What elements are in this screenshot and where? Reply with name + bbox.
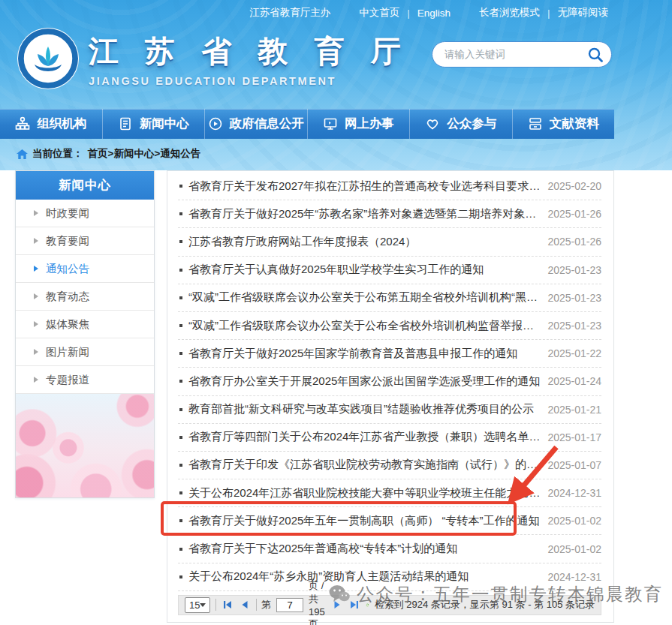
sidebar-item-notices[interactable]: 通知公告 — [16, 255, 154, 283]
notice-link[interactable]: 关于公布2024年江苏省职业院校技能大赛中等职业学校班主任能力比赛获奖 — [188, 486, 541, 500]
sidebar-item-photo-news[interactable]: 图片新闻 — [16, 338, 154, 366]
news-doc-icon — [118, 116, 133, 131]
last-page-button[interactable] — [348, 599, 360, 611]
triangle-icon — [34, 349, 38, 355]
sidebar-item-label: 时政要闻 — [46, 206, 89, 221]
notice-row: 省教育厅关于做好2025年“苏教名家”培养对象遴选暨第二期培养对象终期... 2… — [178, 200, 601, 228]
notice-link[interactable]: 省教育厅关于印发《江苏省职业院校劳动教育实施指南（试行）》的通知 — [188, 458, 541, 472]
online-service-icon — [323, 116, 338, 131]
notice-link[interactable]: 省教育厅关于做好2025年国家学前教育普及普惠县申报工作的通知 — [188, 347, 517, 361]
bullet-icon — [179, 185, 182, 188]
notice-date: 2025-01-02 — [547, 543, 601, 555]
notice-row: 省教育厅关于认真做好2025年职业学校学生实习工作的通知 2025-01-23 — [178, 257, 601, 284]
notice-date: 2025-02-20 — [547, 180, 601, 192]
notice-date: 2025-01-17 — [547, 431, 601, 443]
notice-link[interactable]: 省教育厅关于做好2025年五年一贯制高职（高师） “专转本”工作的通知 — [188, 514, 540, 528]
page-label-suffix: 页 / 共 195 页 — [309, 579, 326, 625]
first-page-button[interactable] — [221, 599, 234, 611]
main-nav: 组织机构 新闻中心 政府信息公开 网上办事 公众参与 文献资料 — [0, 109, 614, 139]
notice-link[interactable]: “双减”工作省级联席会议办公室关于公布全省校外培训机构监督举报电话的公... — [188, 319, 541, 333]
link-accessibility[interactable]: 无障碍阅读 — [558, 6, 609, 20]
notice-link[interactable]: 关于公布2024年“苏乡永助”资助育人主题活动结果的通知 — [188, 569, 469, 584]
nav-label: 文献资料 — [550, 116, 599, 132]
nav-label: 网上办事 — [345, 116, 394, 132]
notice-link[interactable]: 省教育厅关于发布2027年拟在江苏招生的普通高校专业选考科目要求的公告 — [188, 179, 541, 194]
triangle-icon — [34, 377, 38, 383]
notice-link[interactable]: 省教育厅关于下达2025年普通高校“专转本”计划的通知 — [188, 542, 457, 556]
nav-item-news-center[interactable]: 新闻中心 — [103, 109, 206, 139]
divider: | — [547, 8, 550, 19]
page-size-select[interactable]: 15 — [185, 597, 210, 613]
sidebar-item-label: 专题报道 — [46, 373, 89, 387]
notice-date: 2025-01-26 — [547, 208, 601, 220]
brand-text: 江 苏 省 教 育 厅 JIANGSU EDUCATION DEPARTMENT — [89, 31, 410, 87]
refresh-icon[interactable] — [366, 599, 369, 611]
notice-row-highlighted: 省教育厅关于做好2025年五年一贯制高职（高师） “专转本”工作的通知 2025… — [178, 507, 601, 535]
page-size-value: 15 — [189, 599, 200, 611]
nav-item-gov-info[interactable]: 政府信息公开 — [205, 109, 308, 139]
link-host-site[interactable]: 江苏省教育厅主办 — [249, 6, 330, 20]
link-english[interactable]: English — [417, 8, 451, 19]
bullet-icon — [179, 296, 182, 299]
site-title: 江 苏 省 教 育 厅 — [89, 31, 410, 72]
search-box — [432, 41, 612, 68]
notice-row: 省教育厅关于发布2027年拟在江苏招生的普通高校专业选考科目要求的公告 2025… — [178, 173, 601, 200]
nav-label: 公众参与 — [447, 116, 496, 132]
archive-icon — [528, 116, 543, 131]
org-chart-icon — [15, 116, 30, 131]
page-label-prefix: 第 — [261, 598, 271, 611]
sidebar-item-current-politics[interactable]: 时政要闻 — [16, 200, 154, 227]
notice-date: 2025-01-21 — [547, 404, 601, 416]
previous-page-button[interactable] — [239, 599, 251, 611]
link-chinese-home[interactable]: 中文首页 — [359, 6, 399, 20]
nav-item-organization[interactable]: 组织机构 — [0, 109, 103, 139]
sidebar-item-label: 媒体聚焦 — [46, 317, 89, 332]
notice-date: 2025-01-02 — [547, 515, 601, 527]
site-brand: 江 苏 省 教 育 厅 JIANGSU EDUCATION DEPARTMENT — [17, 27, 410, 90]
nav-item-online-services[interactable]: 网上办事 — [308, 109, 411, 139]
notice-row: 省教育厅等四部门关于公布2024年江苏省产业教授（兼职）选聘名单的通知 2025… — [178, 424, 601, 452]
sidebar-item-education-news[interactable]: 教育要闻 — [16, 227, 154, 255]
notice-link[interactable]: 江苏省教育厅政府网站工作年度报表（2024） — [188, 235, 416, 249]
breadcrumb-path[interactable]: 首页>新闻中心>通知公告 — [88, 147, 201, 161]
bullet-icon — [179, 548, 182, 551]
notice-row: 省教育厅办公室关于开展2025年国家公派出国留学选派受理工作的通知 2025-0… — [178, 368, 601, 395]
bullet-icon — [179, 436, 182, 439]
notice-link[interactable]: 省教育厅关于做好2025年“苏教名家”培养对象遴选暨第二期培养对象终期... — [188, 207, 541, 221]
notice-link[interactable]: “双减”工作省级联席会议办公室关于公布第五期全省校外培训机构“黑白名单... — [188, 290, 541, 305]
triangle-icon — [34, 321, 38, 327]
notice-date: 2025-01-24 — [547, 375, 601, 387]
bullet-icon — [179, 464, 182, 467]
triangle-icon — [34, 293, 38, 299]
nav-item-documents[interactable]: 文献资料 — [513, 109, 615, 139]
search-icon[interactable] — [587, 47, 604, 63]
bullet-icon — [179, 212, 182, 215]
sidebar-item-label: 教育要闻 — [46, 234, 89, 248]
notice-row: 教育部首批“新文科研究与改革实践项目”结题验收推荐优秀项目的公示 2025-01… — [178, 396, 601, 424]
bullet-icon — [179, 519, 182, 522]
magnolia-flowers-image — [16, 394, 154, 497]
notice-link[interactable]: 教育部首批“新文科研究与改革实践项目”结题验收推荐优秀项目的公示 — [188, 402, 534, 416]
notice-row: “双减”工作省级联席会议办公室关于公布第五期全省校外培训机构“黑白名单... 2… — [178, 284, 601, 312]
sidebar-item-special-reports[interactable]: 专题报道 — [16, 366, 154, 394]
nav-item-public-participation[interactable]: 公众参与 — [410, 109, 513, 139]
notice-link[interactable]: 省教育厅等四部门关于公布2024年江苏省产业教授（兼职）选聘名单的通知 — [188, 430, 541, 444]
notice-date: 2025-01-23 — [547, 320, 601, 332]
notice-row: 关于公布2024年江苏省职业院校技能大赛中等职业学校班主任能力比赛获奖 2024… — [178, 479, 601, 507]
notice-link[interactable]: 省教育厅关于认真做好2025年职业学校学生实习工作的通知 — [188, 263, 484, 277]
sidebar-title: 新闻中心 — [16, 171, 154, 200]
notice-link[interactable]: 省教育厅办公室关于开展2025年国家公派出国留学选派受理工作的通知 — [188, 374, 540, 389]
department-logo-icon — [17, 27, 80, 90]
sidebar: 新闻中心 时政要闻 教育要闻 通知公告 教育动态 媒体聚焦 图片新闻 专题报道 — [15, 170, 155, 498]
search-input[interactable] — [444, 49, 587, 60]
next-page-button[interactable] — [331, 599, 343, 611]
bullet-icon — [179, 324, 182, 327]
link-elder-mode[interactable]: 长者浏览模式 — [479, 6, 540, 20]
sidebar-item-media-focus[interactable]: 媒体聚焦 — [16, 311, 154, 338]
sidebar-item-education-dynamics[interactable]: 教育动态 — [16, 283, 154, 311]
bullet-icon — [179, 491, 182, 494]
page-number-input[interactable] — [276, 598, 303, 612]
bullet-icon — [179, 269, 182, 272]
sidebar-item-label: 通知公告 — [46, 262, 89, 276]
notice-date: 2025-01-26 — [547, 236, 601, 248]
